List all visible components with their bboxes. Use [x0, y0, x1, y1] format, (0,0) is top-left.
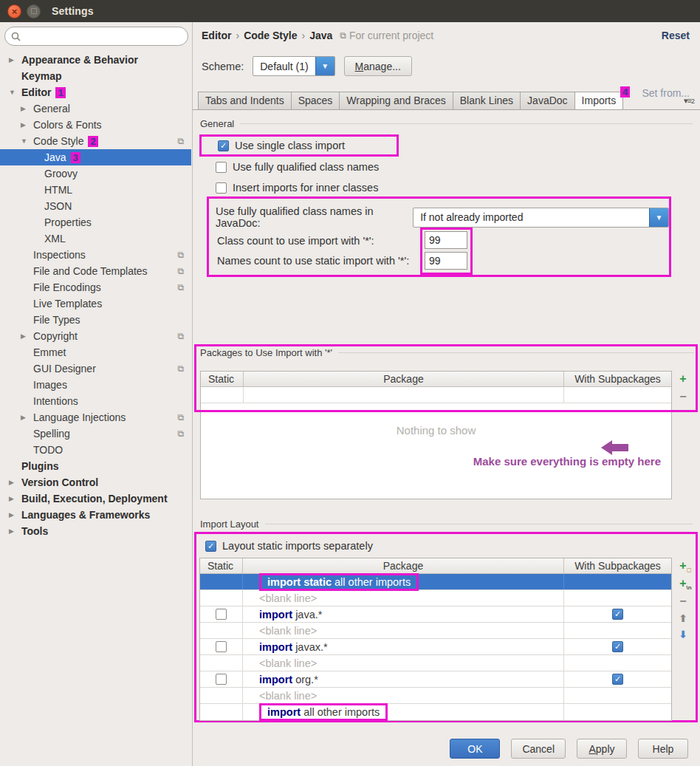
breadcrumb-editor[interactable]: Editor	[202, 30, 231, 41]
remove-icon[interactable]: −	[679, 391, 686, 403]
sidebar-item-file-types[interactable]: File Types	[0, 312, 191, 328]
sidebar-item-groovy[interactable]: Groovy	[0, 165, 191, 182]
help-button[interactable]: Help	[638, 739, 688, 759]
sidebar-item-gui-designer[interactable]: GUI Designer⧉	[0, 360, 191, 377]
column-static[interactable]: Static	[200, 558, 243, 573]
search-input[interactable]	[4, 27, 188, 46]
sidebar-item-appearance-behavior[interactable]: ▶Appearance & Behavior	[0, 52, 191, 68]
blank-line-row[interactable]: <blank line>	[200, 688, 671, 704]
import-rule-row[interactable]: import javax.*	[200, 639, 671, 655]
import-rule-row[interactable]: import org.*	[200, 671, 671, 688]
blank-line-row[interactable]: <blank line>	[200, 655, 671, 671]
sidebar-item-html[interactable]: HTML	[0, 182, 191, 198]
tree-collapsed-icon[interactable]: ▶	[9, 511, 21, 519]
sidebar-item-plugins[interactable]: Plugins	[0, 458, 191, 474]
use-fully-qualified-row[interactable]: Use fully qualified class names	[216, 161, 379, 173]
column-package[interactable]: Package	[244, 372, 564, 386]
use-single-class-import-row[interactable]: Use single class import	[199, 134, 399, 157]
move-down-icon[interactable]: ⬇	[679, 629, 687, 640]
sidebar-item-xml[interactable]: XML	[0, 230, 191, 247]
tree-collapsed-icon[interactable]: ▶	[9, 479, 21, 486]
scheme-select[interactable]: Default (1) ▼	[253, 56, 334, 76]
tab-tabs-and-indents[interactable]: Tabs and Indents	[198, 92, 292, 110]
set-from-link[interactable]: Set from...	[642, 87, 690, 99]
sidebar-item-json[interactable]: JSON	[0, 198, 191, 214]
sidebar-item-todo[interactable]: TODO	[0, 442, 191, 458]
static-checkbox[interactable]	[216, 609, 227, 620]
names-count-input[interactable]	[425, 252, 467, 270]
tree-collapsed-icon[interactable]: ▶	[21, 105, 33, 112]
use-fully-qualified-checkbox[interactable]	[216, 162, 227, 173]
blank-line-row[interactable]: <blank line>	[200, 623, 671, 639]
tab-wrapping-and-braces[interactable]: Wrapping and Braces	[340, 92, 453, 110]
sidebar-item-languages-frameworks[interactable]: ▶Languages & Frameworks	[0, 507, 191, 523]
tab-javadoc[interactable]: JavaDoc	[521, 92, 574, 110]
sidebar-item-version-control[interactable]: ▶Version Control	[0, 474, 191, 490]
tab-spaces[interactable]: Spaces	[292, 92, 340, 110]
chevron-down-icon[interactable]: ▼	[649, 208, 668, 227]
tab-blank-lines[interactable]: Blank Lines	[453, 92, 521, 110]
ok-button[interactable]: OK	[450, 739, 500, 759]
maximize-icon[interactable]	[27, 4, 41, 18]
column-package[interactable]: Package	[243, 558, 564, 573]
sidebar-item-inspections[interactable]: Inspections⧉	[0, 247, 191, 263]
sidebar-item-language-injections[interactable]: ▶Language Injections⧉	[0, 409, 191, 425]
add-icon[interactable]: +	[679, 373, 686, 385]
remove-icon[interactable]: −	[679, 595, 686, 607]
import-rule-row[interactable]: import all other imports	[200, 704, 671, 720]
layout-static-separately-row[interactable]: Layout static imports separately	[205, 540, 373, 552]
sidebar-item-java[interactable]: Java3	[0, 149, 191, 165]
import-rule-row[interactable]: import java.*	[200, 606, 671, 623]
reset-link[interactable]: Reset	[662, 30, 690, 41]
sidebar-item-keymap[interactable]: Keymap	[0, 68, 191, 84]
sidebar-item-spelling[interactable]: Spelling⧉	[0, 425, 191, 442]
column-static[interactable]: Static	[201, 372, 244, 386]
hidden-tabs-dropdown[interactable]: ▾≡2	[684, 96, 694, 106]
tree-collapsed-icon[interactable]: ▶	[9, 495, 21, 502]
add-blank-line-icon[interactable]: +\n	[679, 578, 686, 589]
sidebar-item-intentions[interactable]: Intentions	[0, 393, 191, 409]
breadcrumb-code-style[interactable]: Code Style	[244, 30, 297, 41]
layout-static-separately-checkbox[interactable]	[205, 541, 216, 552]
blank-line-row[interactable]: <blank line>	[200, 590, 671, 606]
sidebar-item-live-templates[interactable]: Live Templates	[0, 295, 191, 312]
tree-expanded-icon[interactable]: ▼	[9, 89, 21, 96]
use-single-class-import-checkbox[interactable]	[218, 140, 229, 151]
sidebar-item-tools[interactable]: ▶Tools	[0, 523, 191, 539]
tree-collapsed-icon[interactable]: ▶	[9, 527, 21, 535]
sidebar-item-editor[interactable]: ▼Editor1	[0, 84, 191, 100]
column-with-subpackages[interactable]: With Subpackages	[564, 558, 671, 573]
tab-imports[interactable]: Imports4	[575, 92, 624, 110]
chevron-down-icon[interactable]: ▼	[315, 57, 334, 75]
apply-button[interactable]: Apply	[577, 739, 627, 759]
breadcrumb-java[interactable]: Java	[309, 30, 332, 41]
manage-button[interactable]: Manage...	[344, 56, 412, 76]
tree-collapsed-icon[interactable]: ▶	[21, 121, 33, 129]
sidebar-item-images[interactable]: Images	[0, 377, 191, 393]
tree-collapsed-icon[interactable]: ▶	[21, 332, 33, 340]
insert-imports-inner-row[interactable]: Insert imports for inner classes	[216, 182, 378, 194]
tree-collapsed-icon[interactable]: ▶	[21, 414, 33, 421]
sidebar-item-copyright[interactable]: ▶Copyright⧉	[0, 328, 191, 344]
sidebar-item-file-encodings[interactable]: File Encodings⧉	[0, 279, 191, 295]
sidebar-item-general[interactable]: ▶General	[0, 100, 191, 117]
static-checkbox[interactable]	[216, 641, 227, 652]
class-count-input[interactable]	[425, 231, 467, 249]
tree-collapsed-icon[interactable]: ▶	[9, 56, 21, 64]
sidebar-item-file-and-code-templates[interactable]: File and Code Templates⧉	[0, 263, 191, 279]
with-subpackages-checkbox[interactable]	[612, 609, 623, 620]
tree-expanded-icon[interactable]: ▼	[21, 137, 33, 145]
static-checkbox[interactable]	[216, 674, 227, 685]
javadoc-select[interactable]: If not already imported ▼	[413, 208, 669, 228]
sidebar-item-build-execution-deployment[interactable]: ▶Build, Execution, Deployment	[0, 490, 191, 507]
add-package-icon[interactable]: +◻	[679, 560, 686, 572]
sidebar-item-emmet[interactable]: Emmet	[0, 344, 191, 360]
with-subpackages-checkbox[interactable]	[612, 641, 623, 652]
close-icon[interactable]: ×	[7, 4, 21, 18]
column-with-subpackages[interactable]: With Subpackages	[564, 372, 671, 386]
insert-imports-inner-checkbox[interactable]	[216, 182, 227, 194]
sidebar-item-properties[interactable]: Properties	[0, 214, 191, 230]
with-subpackages-checkbox[interactable]	[612, 674, 623, 685]
sidebar-item-colors-fonts[interactable]: ▶Colors & Fonts	[0, 117, 191, 133]
cancel-button[interactable]: Cancel	[511, 739, 566, 759]
